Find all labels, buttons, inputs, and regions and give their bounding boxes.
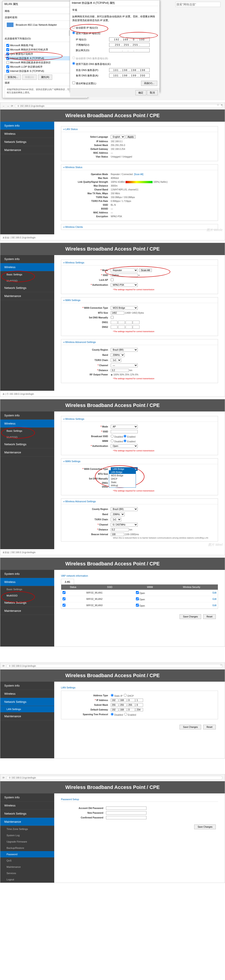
sidebar-sub-qos[interactable]: QoS xyxy=(0,858,54,864)
chain-select[interactable]: 1x1 xyxy=(111,358,121,362)
star-icon[interactable]: ☆ xyxy=(217,103,219,107)
sidebar-item-wireless[interactable]: Wireless xyxy=(0,263,54,271)
mode-select[interactable]: AP xyxy=(111,425,138,429)
sidebar-sub-timezone[interactable]: Time Zone Settings xyxy=(0,826,54,832)
save-button[interactable]: Save Changes xyxy=(179,614,201,619)
validate-checkbox[interactable]: 退出时验证设置(L) xyxy=(72,81,96,85)
reset-button[interactable]: Reset xyxy=(203,614,216,619)
tab-general[interactable]: 常规 xyxy=(72,9,77,11)
sidebar-sub-multissid[interactable]: MultiSSID xyxy=(0,592,54,599)
gateway-input[interactable] xyxy=(109,48,150,52)
sidebar-item-system[interactable]: System info xyxy=(0,412,54,420)
setdns-checkbox[interactable] xyxy=(111,316,114,319)
sidebar-item-system[interactable]: System info xyxy=(0,122,54,130)
save-button[interactable]: Save Changes xyxy=(179,725,201,729)
sidebar-item-maintenance[interactable]: Maintenance xyxy=(0,292,54,300)
save-button[interactable]: Save Changes xyxy=(194,824,216,829)
dropdown-icon[interactable]: ▾ xyxy=(138,274,139,277)
rf-power-options[interactable]: ◉ 100% 50% 25% 12% 6% xyxy=(111,373,138,376)
sidebar-item-system[interactable]: System info xyxy=(0,255,54,263)
auto-ip-radio[interactable]: 自动获得 IP 地址(O) xyxy=(72,25,157,30)
reload-icon[interactable]: ⟳ xyxy=(3,665,5,667)
band-select[interactable]: 20MHz xyxy=(111,353,125,357)
sidebar-item-network[interactable]: Network Settings xyxy=(0,599,54,607)
wan-settings-title[interactable]: WAN Settings xyxy=(61,298,218,303)
sidebar-sub-multissid[interactable]: MultiSSID xyxy=(0,278,54,284)
wan-settings-title[interactable]: WAN Settings xyxy=(61,458,218,464)
sidebar-sub-upgrade[interactable]: Upgrade Firmware xyxy=(0,838,54,845)
sidebar-item-network[interactable]: Network Settings xyxy=(0,138,54,146)
sidebar-sub-services[interactable]: Services xyxy=(0,870,54,877)
search-input[interactable] xyxy=(176,2,220,7)
sidebar-item-maintenance[interactable]: Maintenance xyxy=(0,449,54,457)
sidebar-sub-lan[interactable]: LAN Settings xyxy=(0,706,54,712)
wireless-settings-title[interactable]: Wireless Settings xyxy=(61,260,218,266)
url-field[interactable]: ① 192.168.0.1/cgi-bin/login xyxy=(6,776,222,780)
sidebar-item-maintenance[interactable]: Maintenance xyxy=(0,146,54,154)
ssid-input[interactable] xyxy=(111,274,138,277)
reset-button[interactable]: Reset xyxy=(203,725,216,729)
sidebar-item-maintenance[interactable]: Maintenance xyxy=(0,607,54,615)
cancel-button[interactable]: 取消 xyxy=(147,90,158,95)
mask-input[interactable] xyxy=(109,43,150,47)
dns1-input[interactable] xyxy=(109,68,150,72)
forward-icon[interactable]: → xyxy=(7,105,9,108)
sidebar-item-wireless[interactable]: Wireless xyxy=(0,578,54,586)
edit-link[interactable]: Edit xyxy=(212,592,217,594)
sidebar-sub-logout[interactable]: Logout xyxy=(0,877,54,883)
confirm-password-input[interactable] xyxy=(106,816,146,819)
sidebar-sub-basic[interactable]: Basic Settings xyxy=(0,428,54,434)
sidebar-item-system[interactable]: System info xyxy=(0,794,54,802)
sidebar-sub-backup[interactable]: Backup/Restore xyxy=(0,845,54,851)
sidebar-item-maintenance[interactable]: Maintenance xyxy=(0,818,54,826)
scan-all-link[interactable]: [Scan All] xyxy=(134,173,143,175)
mtu-input[interactable] xyxy=(111,311,124,315)
advanced-button[interactable]: 高级(V)... xyxy=(141,81,157,86)
sidebar-sub-password[interactable]: Password xyxy=(0,851,54,858)
wanconn-select[interactable]: WDS Bridge xyxy=(111,306,138,310)
tab-24g[interactable]: 2.4G xyxy=(61,579,74,584)
wanconn-dropdown[interactable]: LAN Bridge WDS Bridge DHCP Static PPPoE xyxy=(109,470,136,488)
scan-button[interactable]: Scan All xyxy=(139,268,152,272)
sidebar-item-system[interactable]: System info xyxy=(0,570,54,578)
edit-link[interactable]: Edit xyxy=(212,604,217,607)
manual-dns-radio[interactable]: 使用下面的 DNS 服务器地址(E): xyxy=(72,61,157,67)
new-password-input[interactable] xyxy=(106,811,146,815)
uninstall-button[interactable]: 卸载(U) xyxy=(22,75,36,80)
sidebar-item-maintenance[interactable]: Maintenance xyxy=(0,712,54,721)
wireless-clients-title[interactable]: Wireless Clients xyxy=(61,224,218,230)
sidebar-item-network[interactable]: Network Settings xyxy=(0,698,54,706)
star-icon[interactable]: ☆ xyxy=(220,663,222,667)
wireless-settings-title[interactable]: Wireless Settings xyxy=(61,416,218,422)
sidebar-sub-basic[interactable]: Basic Settings xyxy=(0,271,54,278)
language-select[interactable]: English xyxy=(111,135,125,139)
apply-button[interactable]: Apply xyxy=(125,135,136,138)
dns2-input[interactable] xyxy=(109,73,150,78)
sidebar-item-system[interactable]: System info xyxy=(0,682,54,690)
manual-ip-radio[interactable]: 使用下面的 IP 地址(S): xyxy=(72,30,157,36)
reload-icon[interactable]: ⟳ xyxy=(3,776,5,779)
auth-select[interactable]: WPA2-PSK xyxy=(111,283,138,287)
distance-input[interactable] xyxy=(111,369,129,372)
sidebar-item-wireless[interactable]: Wireless xyxy=(0,420,54,428)
url-field[interactable]: ① 192.168.0.1/cgi-bin/login xyxy=(6,664,222,668)
properties-button[interactable]: 属性(R) xyxy=(38,75,52,80)
lockap-checkbox[interactable] xyxy=(111,278,114,281)
old-password-input[interactable] xyxy=(106,807,146,810)
sidebar-item-network[interactable]: Network Settings xyxy=(0,440,54,449)
menu-icon[interactable]: ≡ xyxy=(221,103,222,107)
sidebar-item-network[interactable]: Network Settings xyxy=(0,810,54,818)
country-select[interactable]: Brazil (BR) xyxy=(111,348,138,352)
tab-network[interactable]: 网络 xyxy=(5,10,10,13)
adv-settings-title[interactable]: Wireless Advanced Settings xyxy=(61,499,218,504)
ip-input[interactable] xyxy=(109,37,150,41)
ok-button[interactable]: 确定 xyxy=(135,90,146,95)
auth-select[interactable]: Open xyxy=(111,444,138,448)
install-button[interactable]: 安装(N)... xyxy=(5,75,21,80)
mode-select[interactable]: Repeater xyxy=(111,268,138,272)
sidebar-item-wireless[interactable]: Wireless xyxy=(0,130,54,138)
channel-select[interactable]: — xyxy=(111,363,138,367)
wireless-status-title[interactable]: Wireless Status xyxy=(61,164,218,170)
url-field[interactable]: ① 192.168.0.1/cgi-bin/login xyxy=(15,104,222,108)
sidebar-sub-syslog[interactable]: System Log xyxy=(0,832,54,838)
